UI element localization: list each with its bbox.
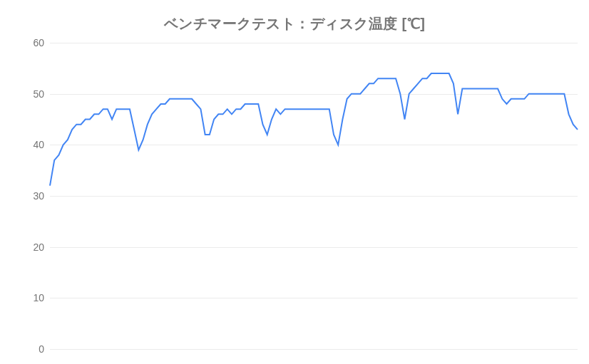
- plot-area: 0102030405060: [50, 43, 578, 349]
- chart-title: ベンチマークテスト：ディスク温度 [℃]: [0, 14, 589, 33]
- y-tick-label: 0: [39, 343, 50, 355]
- y-tick-label: 50: [33, 88, 50, 100]
- line-series: [50, 43, 578, 349]
- series-path: [50, 73, 578, 186]
- y-tick-label: 40: [33, 139, 50, 150]
- y-tick-label: 10: [33, 292, 50, 303]
- y-tick-label: 20: [33, 241, 50, 253]
- y-tick-label: 60: [33, 37, 50, 48]
- gridline: [50, 349, 578, 350]
- chart-container: ベンチマークテスト：ディスク温度 [℃] 0102030405060: [0, 0, 589, 364]
- y-tick-label: 30: [33, 190, 50, 202]
